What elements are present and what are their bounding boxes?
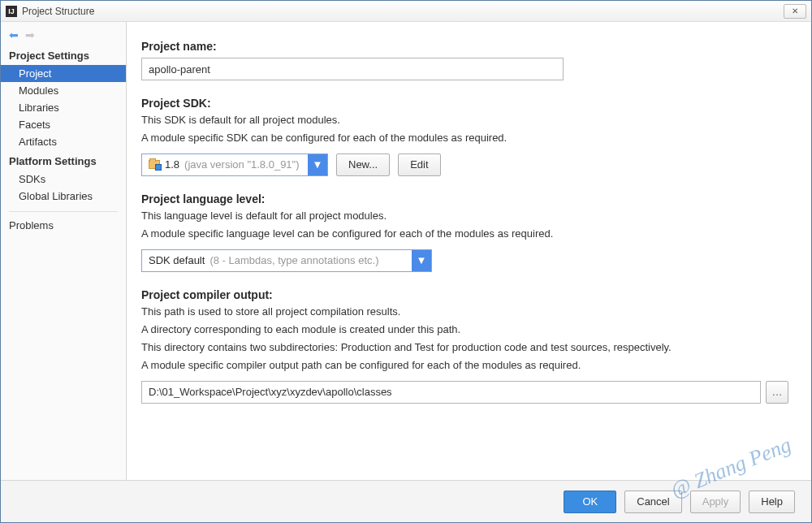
- project-name-input[interactable]: [141, 58, 564, 80]
- apply-button[interactable]: Apply: [690, 491, 741, 513]
- language-level-label: Project language level:: [141, 192, 788, 205]
- compiler-output-label: Project compiler output:: [141, 288, 788, 301]
- nav-forward-icon[interactable]: ➡: [25, 28, 35, 41]
- sdk-desc-1: This SDK is default for all project modu…: [141, 113, 788, 128]
- compiler-desc-4: A module specific compiler output path c…: [141, 358, 788, 373]
- sidebar-item-project[interactable]: Project: [1, 65, 126, 82]
- sidebar-heading-platform: Platform Settings: [1, 152, 126, 171]
- compiler-desc-3: This directory contains two subdirectori…: [141, 340, 788, 355]
- sidebar: ⬅ ➡ Project Settings Project Modules Lib…: [1, 22, 127, 480]
- sidebar-heading-project: Project Settings: [1, 46, 126, 65]
- language-level-dropdown[interactable]: SDK default (8 - Lambdas, type annotatio…: [141, 249, 432, 272]
- project-name-label: Project name:: [141, 40, 788, 53]
- sidebar-separator: [9, 211, 118, 212]
- sdk-value: 1.8: [165, 158, 179, 171]
- help-button[interactable]: Help: [749, 491, 795, 513]
- sdk-folder-icon: [149, 160, 160, 169]
- app-icon: IJ: [6, 6, 17, 17]
- sidebar-item-global-libraries[interactable]: Global Libraries: [1, 188, 126, 205]
- lang-desc-2: A module specific language level can be …: [141, 227, 788, 241]
- compiler-desc-2: A directory corresponding to each module…: [141, 322, 788, 337]
- sdk-dropdown[interactable]: 1.8 (java version "1.8.0_91") ▼: [141, 153, 328, 176]
- main-panel: Project name: Project SDK: This SDK is d…: [127, 22, 811, 480]
- window-close-button[interactable]: ✕: [784, 4, 806, 19]
- sdk-value-detail: (java version "1.8.0_91"): [184, 158, 299, 171]
- new-sdk-button[interactable]: New...: [336, 153, 390, 176]
- sidebar-item-libraries[interactable]: Libraries: [1, 99, 126, 116]
- sidebar-item-modules[interactable]: Modules: [1, 82, 126, 99]
- project-sdk-label: Project SDK:: [141, 97, 788, 110]
- compiler-desc-1: This path is used to store all project c…: [141, 305, 788, 319]
- ok-button[interactable]: OK: [564, 491, 616, 513]
- dialog-footer: OK Cancel Apply Help: [1, 480, 811, 522]
- cancel-button[interactable]: Cancel: [624, 491, 681, 513]
- chevron-down-icon: ▼: [412, 250, 431, 271]
- titlebar: IJ Project Structure ✕: [1, 1, 811, 22]
- compiler-output-input[interactable]: [141, 381, 761, 404]
- chevron-down-icon: ▼: [308, 154, 327, 175]
- sidebar-item-artifacts[interactable]: Artifacts: [1, 133, 126, 150]
- edit-sdk-button[interactable]: Edit: [398, 153, 440, 176]
- lang-desc-1: This language level is default for all p…: [141, 209, 788, 223]
- browse-path-button[interactable]: …: [766, 381, 788, 404]
- sidebar-item-problems[interactable]: Problems: [1, 217, 126, 234]
- lang-value-detail: (8 - Lambdas, type annotations etc.): [209, 254, 378, 266]
- window-title: Project Structure: [22, 6, 94, 17]
- sidebar-item-facets[interactable]: Facets: [1, 116, 126, 133]
- nav-back-icon[interactable]: ⬅: [9, 28, 19, 41]
- sidebar-item-sdks[interactable]: SDKs: [1, 171, 126, 188]
- project-structure-window: IJ Project Structure ✕ ⬅ ➡ Project Setti…: [0, 0, 812, 523]
- lang-value: SDK default: [149, 254, 205, 266]
- sdk-desc-2: A module specific SDK can be configured …: [141, 131, 788, 145]
